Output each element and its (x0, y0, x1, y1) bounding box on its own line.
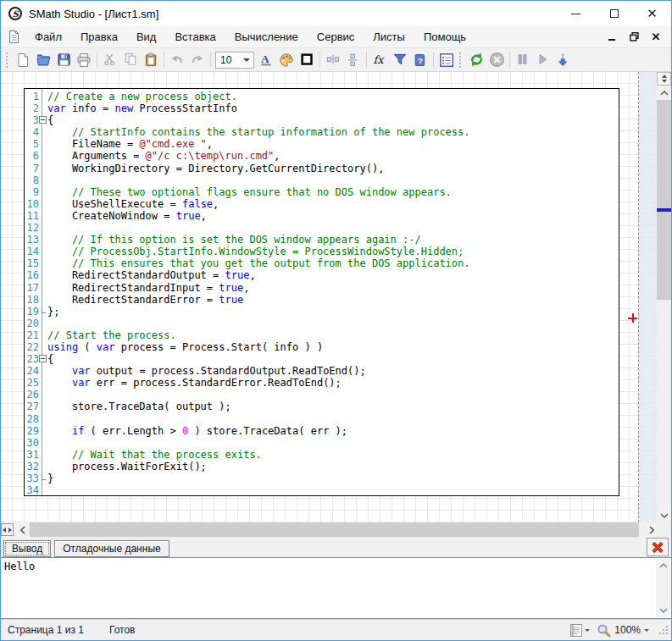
code-line[interactable]: 30 (25, 437, 619, 449)
code-line[interactable]: 15 // This ensures that you get the outp… (25, 257, 619, 269)
zoom-dropdown-caret[interactable] (644, 629, 649, 634)
code-line[interactable]: 2var info = new ProcessStartInfo (25, 102, 619, 114)
horizontal-split-handle[interactable] (1, 523, 14, 536)
code-line[interactable]: 26 (25, 389, 619, 401)
recalculate-button[interactable] (466, 50, 486, 70)
code-line[interactable]: 1// Create a new process object. (25, 91, 619, 102)
close-output-panel-button[interactable] (647, 538, 669, 556)
zoom-button[interactable] (597, 623, 611, 638)
filter-button[interactable] (390, 50, 410, 70)
mdi-minimize-button[interactable] (605, 30, 619, 44)
code-line[interactable]: 20 (25, 318, 619, 329)
code-line[interactable]: 7 WorkingDirectory = Directory.GetCurren… (25, 163, 619, 174)
close-button[interactable]: ✕ (633, 1, 671, 26)
code-line[interactable]: 19}; (25, 306, 619, 318)
code-line[interactable]: 25 var err = process.StandardError.ReadT… (25, 377, 619, 389)
function-button[interactable]: fx (369, 50, 390, 70)
code-line[interactable]: 10 UseShellExecute = false, (25, 198, 619, 210)
code-line[interactable]: 8 (25, 174, 619, 186)
paste-button[interactable] (141, 50, 161, 70)
open-file-button[interactable] (33, 50, 53, 70)
code-line[interactable]: 5 FileName = @"cmd.exe ", (25, 138, 619, 150)
vertical-scrollbar[interactable] (657, 72, 671, 522)
print-button[interactable] (74, 50, 94, 70)
horizontal-align-button[interactable] (323, 50, 343, 70)
code-editor[interactable]: 1// Create a new process object.2var inf… (24, 88, 619, 496)
worksheet-canvas[interactable]: 1// Create a new process object.2var inf… (1, 72, 671, 522)
code-line[interactable]: 9 // These two optional flags ensure tha… (25, 186, 619, 198)
border-button[interactable] (297, 50, 317, 70)
page-view-dropdown-caret[interactable] (585, 629, 590, 634)
options-list-button[interactable] (436, 50, 457, 70)
palette-button[interactable] (276, 50, 297, 70)
maximize-button[interactable] (595, 1, 633, 26)
toolbar-grip[interactable] (459, 52, 464, 68)
scroll-up-button[interactable] (657, 86, 671, 100)
code-line[interactable]: 23{ (25, 353, 619, 365)
menu-item-calculation[interactable]: Вычисление (225, 26, 308, 47)
menu-item-view[interactable]: Вид (127, 26, 166, 47)
output-console[interactable]: Hello (1, 557, 671, 619)
code-line[interactable]: 27 store.TraceData( output ); (25, 401, 619, 412)
tab-debug-data[interactable]: Отладочные данные (54, 540, 169, 557)
fold-collapse-icon[interactable] (39, 116, 47, 124)
menu-item-edit[interactable]: Правка (71, 26, 127, 47)
reference-book-button[interactable]: ? (410, 50, 430, 70)
undo-button[interactable] (167, 50, 187, 70)
output-scroll-up-button[interactable] (656, 559, 670, 572)
code-line[interactable]: 34 (25, 484, 619, 496)
tab-output[interactable]: Вывод (3, 540, 51, 557)
vertical-scroll-thumb[interactable] (657, 100, 671, 300)
scroll-down-button[interactable] (657, 508, 671, 522)
pause-button[interactable] (513, 50, 533, 70)
split-view-handle[interactable] (657, 72, 671, 86)
mdi-restore-button[interactable] (627, 30, 641, 44)
horizontal-scroll-thumb[interactable] (30, 522, 639, 537)
redo-button[interactable] (187, 50, 208, 70)
code-line[interactable]: 6 Arguments = @"/c c:\temp\run.cmd", (25, 150, 619, 162)
code-line[interactable]: 11 CreateNoWindow = true, (25, 210, 619, 222)
code-line[interactable]: 17 RedirectStandardInput = true, (25, 282, 619, 294)
code-line[interactable]: 13 // If this option is set the DOS wind… (25, 234, 619, 246)
menu-item-tools[interactable]: Сервис (308, 26, 364, 47)
cut-button[interactable] (100, 50, 120, 70)
menu-item-sheets[interactable]: Листы (364, 26, 414, 47)
code-line[interactable]: 16 RedirectStandardOutput = true, (25, 269, 619, 281)
code-line[interactable]: 31 // Wait that the process exits. (25, 449, 619, 461)
minimize-button[interactable] (557, 1, 595, 26)
code-line[interactable]: 4 // StartInfo contains the startup info… (25, 126, 619, 138)
mdi-close-button[interactable]: ✕ (649, 30, 663, 44)
code-line[interactable]: 21// Start the process. (25, 329, 619, 341)
code-line[interactable]: 28 (25, 413, 619, 425)
chevron-down-icon[interactable] (243, 58, 250, 65)
output-scroll-down-button[interactable] (656, 604, 670, 617)
code-line[interactable]: 22using ( var process = Process.Start( i… (25, 341, 619, 353)
menu-item-help[interactable]: Помощь (414, 26, 475, 47)
menu-item-file[interactable]: Файл (25, 26, 71, 47)
scroll-right-button[interactable] (644, 522, 658, 537)
code-line[interactable]: 24 var output = process.StandardOutput.R… (25, 365, 619, 377)
copy-button[interactable] (120, 50, 141, 70)
code-line[interactable]: 18 RedirectStandardError = true (25, 294, 619, 306)
code-line[interactable]: 14 // ProcessObj.StartInfo.WindowStyle =… (25, 246, 619, 257)
vertical-align-button[interactable] (343, 50, 364, 70)
font-color-button[interactable]: A (256, 50, 276, 70)
save-file-button[interactable] (53, 50, 74, 70)
code-line[interactable]: 3{ (25, 114, 619, 126)
page-view-button[interactable] (569, 623, 583, 638)
code-line[interactable]: 12 (25, 222, 619, 234)
output-scrollbar[interactable] (656, 559, 670, 617)
toolbar-grip[interactable] (6, 52, 10, 68)
fold-collapse-icon[interactable] (39, 355, 47, 362)
interrupt-button[interactable] (486, 50, 507, 70)
debug-step-button[interactable] (553, 50, 574, 70)
horizontal-scrollbar[interactable] (1, 522, 671, 537)
new-file-button[interactable] (13, 50, 33, 70)
code-line[interactable]: 33} (25, 472, 619, 484)
code-line[interactable]: 32 process.WaitForExit(); (25, 461, 619, 472)
scroll-left-button[interactable] (15, 522, 30, 537)
font-size-combo[interactable]: 10 (215, 52, 254, 69)
menu-item-insert[interactable]: Вставка (165, 26, 225, 47)
code-line[interactable]: 29 if ( err.Length > 0 ) store.TraceData… (25, 425, 619, 437)
resize-grip[interactable] (659, 626, 668, 634)
